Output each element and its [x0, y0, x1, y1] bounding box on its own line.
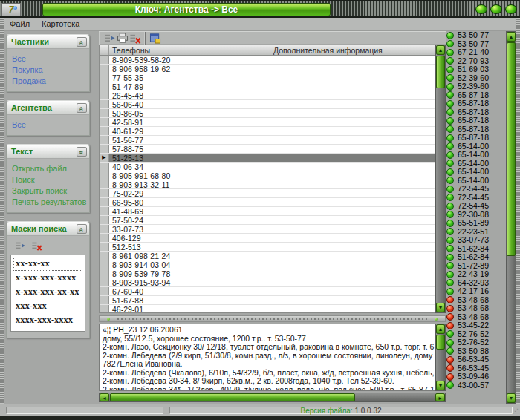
phone-cell[interactable]: 8-909-539-58-20 [109, 56, 270, 64]
sidebar-link[interactable]: Продажа [12, 76, 89, 87]
info-cell[interactable] [270, 260, 435, 269]
phone-cell[interactable]: 8-903-915-93-94 [109, 278, 270, 286]
phone-cell[interactable]: 56-06-40 [109, 100, 270, 108]
menu-item[interactable]: Картотека [42, 19, 85, 30]
phone-cell[interactable]: 51-47-89 [109, 82, 270, 91]
right-list-scroll-down-button[interactable]: ▾ [507, 393, 516, 403]
phone-indicator-row[interactable]: 53-45-22 [446, 321, 505, 330]
phone-cell[interactable]: 8-905-991-68-80 [109, 171, 270, 180]
table-row[interactable]: ▶ 33-07-73 [100, 225, 435, 234]
info-cell[interactable] [270, 82, 435, 91]
collapse-button[interactable]: « [77, 103, 87, 113]
minimize-button[interactable] [475, 4, 487, 14]
table-row[interactable]: ▶ 512-513 [100, 243, 435, 252]
phone-cell[interactable]: 51-25-13 [109, 154, 270, 162]
delete-record-icon[interactable] [129, 32, 141, 44]
phone-indicator-row[interactable]: 43-00-57 [446, 381, 505, 390]
phone-indicator-row[interactable]: 52-39-60 [446, 82, 505, 91]
phone-indicator-row[interactable]: 51-62-84 [446, 253, 505, 262]
phone-cell[interactable]: 8-909-539-79-78 [109, 269, 270, 278]
column-header-phones[interactable]: Телефоны [109, 45, 270, 55]
column-header-info[interactable]: Дополнительная информация [270, 45, 435, 55]
results-hscrollbar[interactable]: ◂ ▸ [99, 393, 446, 402]
info-cell[interactable] [270, 305, 435, 313]
phone-indicator-row[interactable]: 72-54-45 [446, 185, 505, 194]
phone-cell[interactable]: 75-02-29 [109, 189, 270, 197]
horizontal-splitter[interactable] [99, 315, 446, 322]
table-row[interactable]: ▶ 41-48-69 [100, 207, 435, 216]
sidebar-link[interactable]: Все [12, 53, 89, 65]
phone-cell[interactable]: 50-86-05 [109, 109, 270, 117]
info-cell[interactable] [270, 127, 435, 135]
right-list-scroll-up-button[interactable]: ▴ [507, 32, 516, 42]
delete-mask-icon[interactable] [30, 240, 42, 251]
table-row[interactable]: ▶ 26-45-48 [100, 91, 435, 100]
phone-indicator-row[interactable]: 52-76-52 [446, 338, 505, 347]
table-row[interactable]: ▶ 51-56-77 [100, 136, 435, 145]
info-cell[interactable] [270, 269, 435, 278]
sidebar-link[interactable]: Поиск [12, 174, 89, 186]
table-row[interactable]: ▶ 51-67-88 [100, 296, 435, 305]
table-row[interactable]: ▶ 75-02-29 [100, 189, 435, 198]
phone-indicator-row[interactable]: 33-07-73 [446, 236, 505, 245]
phone-indicator-row[interactable]: 22-43-19 [446, 270, 505, 279]
mask-item[interactable]: xx-xx-xx [13, 257, 82, 271]
info-cell[interactable] [270, 56, 435, 64]
sidebar-link[interactable]: Закрыть поиск [12, 186, 89, 197]
phone-cell[interactable]: 40-61-29 [109, 127, 270, 135]
mask-item[interactable]: x-xxx-xxx-xx-xx [13, 285, 82, 299]
right-list-vscrollbar[interactable]: ▴ ▾ [506, 31, 516, 404]
info-cell[interactable] [270, 91, 435, 99]
open-window-icon[interactable] [149, 32, 161, 44]
table-row[interactable]: ▶ 40-61-29 [100, 127, 435, 136]
grid-scroll-down-button[interactable]: ▾ [436, 303, 445, 312]
phone-cell[interactable]: 8-906-958-19-62 [109, 65, 270, 73]
sidebar-link[interactable]: Печать результатов [12, 197, 89, 208]
info-cell[interactable] [270, 100, 435, 108]
results-hscroll-thumb[interactable] [110, 393, 355, 401]
phone-cell[interactable]: 57-88-75 [109, 145, 270, 153]
phones-table[interactable]: Телефоны Дополнительная информация ▶ 8-9… [99, 45, 435, 313]
mask-item[interactable]: x-xxx-xxx-xxxx [13, 271, 82, 285]
phone-indicator-row[interactable]: 65-14-00 [446, 168, 505, 177]
collapse-button[interactable]: « [77, 224, 87, 234]
info-cell[interactable] [270, 234, 435, 242]
results-text-area[interactable]: «¦¦ PH_23 12.06.20061дому, 55//12.5, хор… [99, 324, 435, 391]
print-icon[interactable] [116, 32, 129, 44]
info-cell[interactable] [270, 180, 435, 188]
table-row[interactable]: ▶ 56-06-40 [100, 100, 435, 109]
phone-cell[interactable]: 40-06-34 [109, 163, 270, 171]
phone-indicator-row[interactable]: 65-87-18 [446, 117, 505, 125]
table-row[interactable]: ▶ 8-909-539-58-20 [100, 56, 435, 65]
phone-cell[interactable]: 57-50-24 [109, 216, 270, 224]
grid-scroll-thumb[interactable] [436, 56, 445, 88]
phone-indicator-row[interactable]: 67-21-40 [446, 48, 505, 57]
menu-item[interactable]: Файл [10, 19, 36, 30]
phone-indicator-row[interactable]: 72-54-45 [446, 202, 505, 211]
info-cell[interactable] [270, 73, 435, 82]
phone-cell[interactable]: 51-56-77 [109, 136, 270, 144]
table-row[interactable]: ▶ 8-961-098-21-24 [100, 252, 435, 260]
table-row[interactable]: ▶ 46-29-01 [100, 305, 435, 313]
phone-indicator-row[interactable]: 51-69-03 [446, 65, 505, 74]
info-cell[interactable] [270, 136, 435, 144]
sidebar-link[interactable]: Все [12, 119, 89, 131]
add-mask-icon[interactable] [14, 240, 26, 251]
mask-list[interactable]: xx-xx-xxx-xxx-xxx-xxxxx-xxx-xxx-xx-xxxxx… [10, 255, 85, 332]
phone-indicator-row[interactable]: 53-50-77 [446, 31, 505, 40]
phone-cell[interactable]: 51-67-88 [109, 296, 270, 304]
right-list-scroll-thumb[interactable] [507, 42, 516, 256]
info-cell[interactable] [270, 189, 435, 197]
info-cell[interactable] [270, 243, 435, 251]
resize-grip-icon[interactable]: ⋰ [512, 408, 519, 415]
table-row[interactable]: ▶ 8-905-991-68-80 [100, 171, 435, 180]
table-row[interactable]: ▶ 8-909-539-79-78 [100, 269, 435, 278]
table-row[interactable]: ▶ 77-55-35 [100, 73, 435, 82]
info-cell[interactable] [270, 163, 435, 171]
results-scroll-thumb[interactable] [436, 335, 445, 350]
close-button[interactable] [505, 4, 517, 14]
info-cell[interactable] [270, 198, 435, 206]
info-cell[interactable] [270, 109, 435, 117]
grid-vscrollbar[interactable]: ▴ ▾ [435, 45, 446, 313]
info-cell[interactable] [270, 65, 435, 73]
